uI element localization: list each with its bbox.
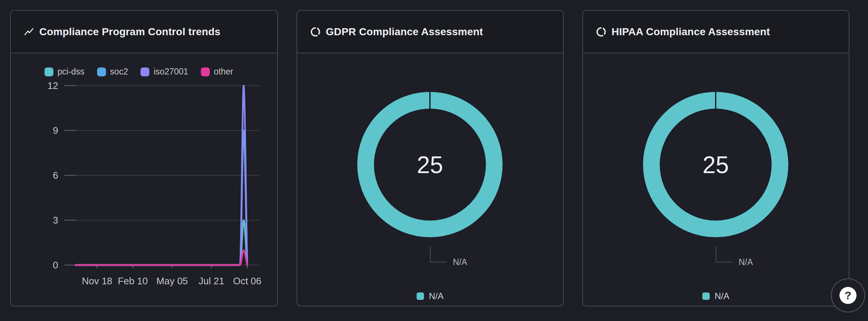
- series-line-soc2: [76, 130, 247, 265]
- cards-row: Compliance Program Control trends pci-ds…: [10, 10, 849, 307]
- x-axis-label: Jul 21: [199, 275, 224, 287]
- donut-callout-label: N/A: [739, 257, 753, 267]
- legend-item-pci-dss[interactable]: pci-dss: [44, 67, 85, 77]
- legend-swatch: [702, 292, 710, 300]
- legend-label: soc2: [110, 67, 128, 77]
- card-title: GDPR Compliance Assessment: [326, 26, 483, 38]
- hipaa-donut-area: 25 N/A N/A: [583, 53, 849, 307]
- y-axis-label: 6: [53, 170, 58, 181]
- gdpr-donut-area: 25 N/A N/A: [297, 53, 563, 307]
- legend-item-other[interactable]: other: [201, 67, 233, 77]
- donut-chart-icon: [596, 26, 607, 37]
- compliance-dashboard: Compliance Program Control trends pci-ds…: [0, 0, 868, 321]
- trend-line-chart: 036912Nov 18Feb 10May 05Jul 21Oct 06: [11, 53, 277, 307]
- donut-center-value: 25: [417, 152, 443, 178]
- legend-label: N/A: [429, 291, 444, 301]
- legend-label: pci-dss: [57, 67, 85, 77]
- legend-label: other: [214, 67, 233, 77]
- hipaa-donut-chart: 25 N/A: [583, 53, 849, 307]
- gdpr-donut-legend[interactable]: N/A: [297, 291, 563, 301]
- legend-label: iso27001: [153, 67, 188, 77]
- trend-chart-legend: pci-dsssoc2iso27001other: [44, 67, 233, 77]
- y-axis-label: 12: [47, 80, 58, 91]
- legend-swatch: [417, 292, 424, 300]
- x-axis-label: Nov 18: [82, 275, 112, 287]
- legend-swatch: [97, 67, 106, 76]
- donut-callout-label: N/A: [453, 257, 467, 267]
- x-axis-label: Oct 06: [233, 275, 262, 287]
- gdpr-header: GDPR Compliance Assessment: [297, 11, 563, 53]
- legend-swatch: [201, 67, 210, 76]
- card-title: Compliance Program Control trends: [39, 26, 221, 38]
- hipaa-header: HIPAA Compliance Assessment: [583, 11, 849, 53]
- trend-line-icon: [23, 26, 34, 37]
- y-axis-label: 3: [53, 215, 58, 226]
- legend-item-soc2[interactable]: soc2: [97, 67, 128, 77]
- card-title: HIPAA Compliance Assessment: [612, 26, 770, 38]
- gdpr-donut-chart: 25 N/A: [297, 53, 563, 307]
- control-trends-header: Compliance Program Control trends: [11, 11, 277, 53]
- y-axis-label: 9: [53, 125, 58, 136]
- x-axis-label: Feb 10: [118, 275, 148, 287]
- x-axis-label: May 05: [156, 275, 188, 287]
- card-control-trends: Compliance Program Control trends pci-ds…: [10, 10, 278, 307]
- legend-swatch: [140, 67, 149, 76]
- card-hipaa-assessment: HIPAA Compliance Assessment 25 N/A N/A: [582, 10, 849, 307]
- donut-callout-line: [716, 246, 732, 262]
- legend-swatch: [44, 67, 53, 76]
- help-button[interactable]: ?: [831, 278, 865, 312]
- series-line-other: [76, 250, 247, 265]
- card-gdpr-assessment: GDPR Compliance Assessment 25 N/A N/A: [296, 10, 564, 307]
- legend-label: N/A: [715, 291, 729, 301]
- donut-chart-icon: [310, 26, 321, 37]
- trend-chart-area: pci-dsssoc2iso27001other 036912Nov 18Feb…: [11, 53, 277, 307]
- series-line-pci-dss: [76, 220, 247, 265]
- donut-center-value: 25: [702, 152, 729, 178]
- y-axis-label: 0: [53, 259, 58, 271]
- legend-item-iso27001[interactable]: iso27001: [140, 67, 188, 77]
- hipaa-donut-legend[interactable]: N/A: [583, 291, 849, 301]
- question-mark-icon: ?: [839, 287, 857, 304]
- donut-callout-line: [430, 246, 447, 262]
